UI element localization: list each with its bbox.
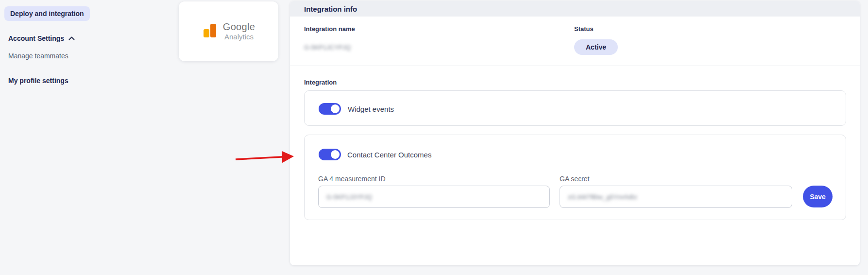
sidebar-group-account-settings[interactable]: Account Settings — [8, 34, 75, 42]
status-badge-text: Active — [586, 43, 606, 51]
chevron-up-icon — [68, 36, 75, 40]
sidebar-item-manage-teammates[interactable]: Manage teammates — [8, 52, 68, 60]
status-label: Status — [574, 25, 594, 33]
google-analytics-logo-card: Google Analytics — [179, 1, 278, 61]
ga-secret-label: GA secret — [560, 175, 589, 183]
toggle-knob — [331, 150, 340, 159]
status-badge: Active — [574, 39, 618, 55]
contact-center-outcomes-toggle[interactable] — [319, 149, 341, 160]
ga-brand-text: Google — [223, 22, 255, 32]
integration-name-value: G-5KP1JCYPJQ — [304, 44, 351, 51]
ga-secret-value: zG.bW7fBtw_g5YmrfxBz — [568, 193, 637, 201]
ga4-measurement-id-label: GA 4 measurement ID — [318, 175, 386, 183]
ga-secret-input[interactable]: zG.bW7fBtw_g5YmrfxBz — [560, 186, 792, 208]
toggle-knob — [331, 104, 340, 113]
widget-events-toggle-label: Widget events — [348, 105, 394, 113]
panel-header: Integration info — [290, 1, 860, 17]
contact-center-outcomes-card: Contact Center Outcomes GA 4 measurement… — [304, 135, 846, 220]
sidebar-item-label: Manage teammates — [8, 52, 68, 60]
integration-name-label: Integration name — [304, 25, 355, 33]
contact-center-outcomes-toggle-label: Contact Center Outcomes — [347, 151, 431, 159]
page-title: Integration info — [304, 5, 357, 13]
integration-section-label: Integration — [304, 79, 337, 86]
integration-info-panel: Integration info Integration name G-5KP1… — [290, 1, 860, 265]
google-analytics-icon — [202, 22, 219, 41]
sidebar-item-my-profile-settings[interactable]: My profile settings — [8, 77, 68, 85]
save-button[interactable]: Save — [803, 186, 833, 207]
ga4-measurement-id-input[interactable]: G-5KP1J3YPJQ — [318, 186, 550, 208]
google-analytics-wordmark: Google Analytics — [223, 22, 255, 41]
ga-product-text: Analytics — [223, 33, 255, 41]
widget-events-toggle[interactable] — [319, 103, 341, 115]
sidebar-item-label: Deploy and integration — [10, 10, 84, 17]
sidebar-item-deploy-and-integration[interactable]: Deploy and integration — [4, 6, 90, 21]
save-button-label: Save — [810, 193, 826, 201]
sidebar-item-label: My profile settings — [8, 77, 68, 85]
ga4-measurement-id-value: G-5KP1J3YPJQ — [326, 193, 372, 201]
divider — [290, 66, 860, 66]
widget-events-card: Widget events — [304, 90, 846, 126]
divider — [290, 232, 860, 232]
sidebar-group-label: Account Settings — [8, 34, 64, 42]
